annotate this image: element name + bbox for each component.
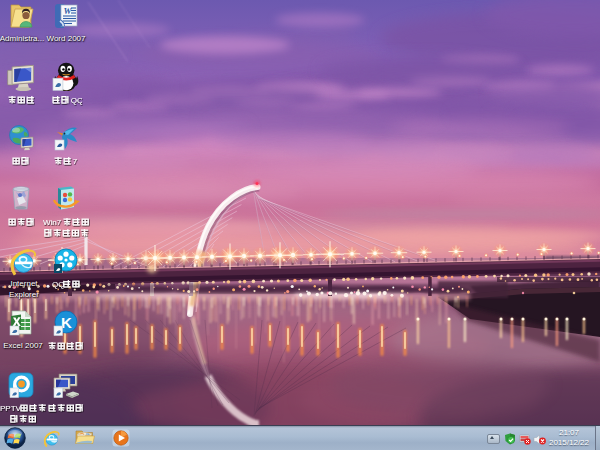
svg-text:QQ: QQ xyxy=(71,96,82,105)
svg-text:QQ: QQ xyxy=(52,280,64,289)
svg-text:Win7: Win7 xyxy=(43,218,62,227)
svg-text:PPTV: PPTV xyxy=(0,404,22,413)
svg-text:7: 7 xyxy=(73,157,78,166)
